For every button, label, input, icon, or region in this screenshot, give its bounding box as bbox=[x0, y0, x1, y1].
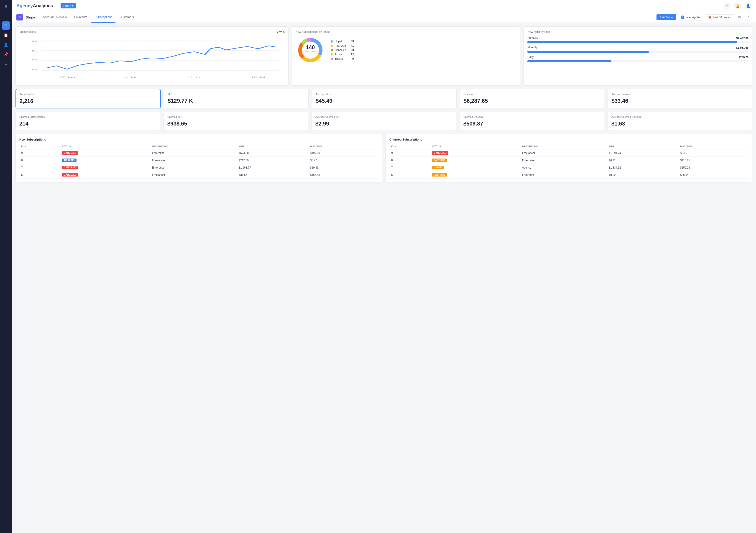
metric-avg-discount[interactable]: Average Discount $33.46 bbox=[608, 89, 752, 108]
metric-avg-mrr[interactable]: Average MRR $45.49 bbox=[312, 89, 457, 108]
bell-icon[interactable]: 🔔 bbox=[734, 3, 741, 9]
col-description: DESCRIPTION bbox=[520, 144, 607, 150]
tab-payments[interactable]: Payments bbox=[71, 12, 91, 23]
date-filter-button[interactable]: 📅 Last 30 Days ▾ bbox=[706, 14, 734, 20]
platform-badge[interactable]: Stripe ▾ bbox=[61, 3, 76, 9]
table-row: 8 TRIALING Freelancer $217.69 $8.77 bbox=[19, 157, 378, 164]
date-range-label: Last 30 Days bbox=[713, 16, 729, 19]
metric-avg-churned-mrr[interactable]: Average Churned MRR $2.99 bbox=[311, 112, 456, 131]
metric-churned-subs-value: 214 bbox=[19, 121, 156, 127]
metric-churned-discount[interactable]: Churned Discount $509.87 bbox=[460, 112, 604, 131]
table-row: 8 PAST DUE Enterprise $6.11 $113.85 bbox=[390, 157, 748, 164]
table-row: 9 CANCELED Enterprise $674.28 $197.00 bbox=[19, 150, 378, 157]
cell-description: Freelancer bbox=[520, 150, 607, 157]
table-row: 7 CANCELED Enterprise $1,963.77 $19.33 bbox=[19, 164, 378, 171]
new-subscriptions-table-card: New Subscriptions ID ▼ STATUS DESCRIPTIO… bbox=[15, 134, 382, 182]
dashboard: Subscriptions 2,216 90 80 70 60 bbox=[12, 23, 756, 533]
trialing-count: 9 bbox=[350, 57, 354, 60]
cell-id: 9 bbox=[390, 150, 430, 157]
mrr-daily-bar-bg bbox=[527, 60, 748, 62]
churned-subscriptions-table-card: Churned Subscriptions ID ▼ STATUS DESCRI… bbox=[386, 134, 752, 182]
chart-header: Subscriptions 2,216 bbox=[19, 30, 284, 34]
filter-button[interactable]: 1 Filter Applied bbox=[678, 14, 704, 20]
metric-discount[interactable]: Discount $6,287.65 bbox=[460, 89, 605, 108]
cell-description: Enterprise bbox=[150, 164, 237, 171]
active-dot bbox=[331, 53, 333, 56]
user-avatar[interactable]: 👤 bbox=[744, 3, 751, 9]
sidebar-item-menu[interactable]: ☰ bbox=[2, 12, 10, 20]
svg-text:18 Jul: 18 Jul bbox=[251, 76, 265, 79]
past-due-label: Past Due bbox=[335, 44, 346, 47]
metric-subscriptions[interactable]: Subscriptions 2,216 bbox=[15, 89, 161, 108]
cell-discount: $166.88 bbox=[308, 171, 378, 179]
legend-past-due: Past Due 41 bbox=[331, 44, 354, 47]
metric-avg-discount-value: $33.46 bbox=[611, 98, 748, 104]
cell-status: CANCELED bbox=[60, 171, 150, 179]
status-badge: CANCELED bbox=[62, 173, 78, 177]
status-badge: CANCELED bbox=[62, 151, 78, 154]
col-discount: DISCOUNT bbox=[678, 144, 748, 150]
cell-id: 9 bbox=[19, 150, 60, 157]
tab-subscriptions[interactable]: Subscriptions bbox=[91, 12, 116, 23]
donut-wrapper: 140 Subscriptions Unpaid 45 Past Due 41 bbox=[296, 35, 517, 65]
tables-row: New Subscriptions ID ▼ STATUS DESCRIPTIO… bbox=[15, 134, 752, 182]
calendar-icon: 📅 bbox=[708, 16, 712, 19]
cell-description: Freelancer bbox=[150, 157, 237, 164]
metric-churned-mrr-value: $938.65 bbox=[167, 121, 305, 127]
help-icon[interactable]: ? bbox=[724, 3, 731, 9]
col-id[interactable]: ID ▼ bbox=[390, 144, 430, 150]
mrr-daily-amount: $759.70 bbox=[739, 56, 748, 59]
tab-customers[interactable]: Customers bbox=[116, 12, 137, 23]
col-status: STATUS bbox=[60, 144, 150, 150]
sidebar-item-user[interactable]: 👤 bbox=[2, 41, 10, 49]
canceled-dot bbox=[331, 49, 333, 51]
metric-cards-bottom-row: Churned Subscriptions 214 Churned MRR $9… bbox=[15, 112, 752, 131]
line-chart: 90 80 70 60 27 Jun 4 Jul 11 Jul 18 Jul bbox=[19, 36, 284, 82]
col-mrr: MRR bbox=[607, 144, 678, 150]
sidebar-item-home[interactable]: ⊞ bbox=[2, 2, 10, 11]
col-id[interactable]: ID ▼ bbox=[19, 144, 60, 150]
donut-svg: 140 Subscriptions bbox=[296, 35, 325, 65]
sidebar-item-settings[interactable]: ⚙ bbox=[2, 60, 10, 68]
share-button[interactable]: ↗ bbox=[744, 14, 751, 21]
churned-subscriptions-title: Churned Subscriptions bbox=[390, 138, 748, 141]
exit-demo-button[interactable]: Exit Demo bbox=[657, 14, 676, 20]
svg-text:60: 60 bbox=[31, 69, 37, 71]
svg-text:4 Jul: 4 Jul bbox=[125, 76, 136, 79]
status-badge: TRIALING bbox=[62, 158, 76, 162]
metric-mrr[interactable]: MRR $129.77 K bbox=[164, 89, 309, 108]
sort-icon: ▼ bbox=[394, 146, 397, 148]
svg-text:27 Jun: 27 Jun bbox=[59, 76, 75, 79]
sidebar-item-cart[interactable]: 🛒 bbox=[2, 21, 10, 30]
metric-avg-churned-discount[interactable]: Average Churned Discount $1.63 bbox=[608, 112, 752, 131]
cell-id: 8 bbox=[390, 157, 430, 164]
metric-churned-subs[interactable]: Churned Subscriptions 214 bbox=[15, 112, 160, 131]
tab-account-overview[interactable]: Account Overview bbox=[40, 12, 70, 23]
filter-count: 1 bbox=[681, 15, 684, 19]
filter-label: Filter Applied bbox=[686, 16, 701, 19]
subscriptions-chart-card: Subscriptions 2,216 90 80 70 60 bbox=[15, 26, 288, 86]
trialing-dot bbox=[331, 58, 333, 60]
cell-status: UNPAID bbox=[430, 164, 520, 171]
status-badge: CANCELED bbox=[432, 151, 448, 154]
metric-avg-churned-mrr-value: $2.99 bbox=[315, 121, 452, 127]
cell-discount: $197.00 bbox=[308, 150, 378, 157]
status-badge: PAST DUE bbox=[432, 158, 447, 162]
sidebar-item-reports[interactable]: 📋 bbox=[2, 31, 10, 39]
canceled-label: Canceled bbox=[335, 48, 346, 52]
col-status: STATUS bbox=[430, 144, 520, 150]
platform-label: Stripe bbox=[63, 4, 71, 8]
donut-chart-card: New Subscriptions by Status bbox=[292, 26, 521, 86]
cell-status: CANCELED bbox=[60, 164, 150, 171]
legend-trialing: Trialing 9 bbox=[331, 57, 354, 60]
chart-view-button[interactable]: ⊟ bbox=[736, 14, 743, 21]
metric-avg-discount-title: Average Discount bbox=[611, 93, 748, 96]
metric-subscriptions-value: 2,216 bbox=[19, 98, 157, 104]
cell-discount: $19.33 bbox=[308, 164, 378, 171]
sidebar-item-pin[interactable]: 📌 bbox=[2, 50, 10, 58]
mrr-daily-label: Daily bbox=[527, 55, 533, 59]
metric-churned-mrr[interactable]: Churned MRR $938.65 bbox=[164, 112, 308, 131]
legend-canceled: Canceled 33 bbox=[331, 48, 354, 52]
table-row: 6 CANCELED Freelancer $31.55 $166.88 bbox=[19, 171, 378, 179]
table-row: 7 UNPAID Agency $1,834.52 $159.26 bbox=[390, 164, 748, 171]
